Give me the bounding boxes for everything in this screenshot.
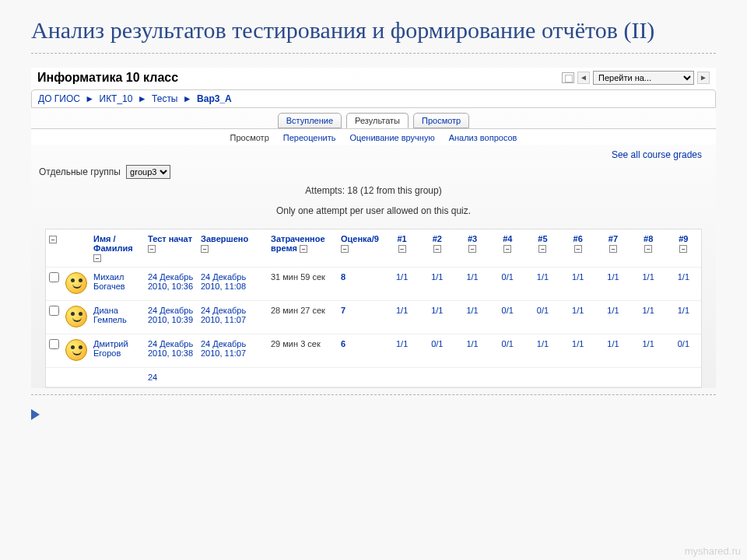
q7-score-link[interactable]: 1/1 [607,272,619,282]
subtab-regrade[interactable]: Переоценить [283,133,336,142]
started-link[interactable]: 24 Декабрь 2010, 10:38 [148,339,193,358]
q1-score-link[interactable]: 1/1 [396,306,408,315]
started-link[interactable]: 24 Декабрь 2010, 10:36 [148,272,193,291]
th-q3[interactable]: #3 [468,234,477,243]
play-icon[interactable] [31,409,40,420]
th-q4[interactable]: #4 [503,234,512,243]
collapse-icon[interactable]: – [574,245,582,253]
collapse-icon[interactable]: – [49,236,57,243]
q2-score-link[interactable]: 0/1 [431,339,443,348]
breadcrumb-link[interactable]: ИКТ_10 [100,93,133,104]
q8-score-link[interactable]: 1/1 [642,339,654,348]
avatar[interactable] [65,272,87,294]
q5-score-link[interactable]: 1/1 [537,272,549,282]
print-icon[interactable] [562,72,574,83]
tab-preview[interactable]: Просмотр [413,113,469,128]
q3-score-link[interactable]: 1/1 [466,339,478,348]
th-grade[interactable]: Оценка/9 [341,234,379,243]
row-checkbox[interactable] [49,306,59,316]
th-q7[interactable]: #7 [608,234,618,243]
avatar[interactable] [65,306,87,327]
collapse-icon[interactable]: – [538,245,546,253]
q9-score-link[interactable]: 1/1 [678,272,689,282]
subtab-manual[interactable]: Оценивание вручную [349,133,434,142]
q4-score-link[interactable]: 0/1 [502,306,514,315]
q8-score-link[interactable]: 1/1 [642,272,654,282]
collapse-icon[interactable]: – [609,245,617,253]
th-q2[interactable]: #2 [433,234,442,243]
started-link[interactable]: 24 Декабрь 2010, 10:39 [148,306,193,324]
subtab-itemanalysis[interactable]: Анализ вопросов [449,133,517,142]
completed-link[interactable]: 24 Декабрь 2010, 11:07 [201,339,246,358]
completed-link[interactable]: 24 Декабрь 2010, 11:08 [201,272,246,291]
timetaken-cell: 28 мин 27 сек [268,300,338,334]
student-name-link[interactable]: Диана Гемпель [93,306,127,324]
q6-score-link[interactable]: 1/1 [572,306,584,315]
q5-score-link[interactable]: 0/1 [537,306,549,315]
collapse-icon[interactable]: – [300,245,307,253]
jump-to-select[interactable]: Перейти на... [593,71,694,85]
q1-score-link[interactable]: 1/1 [396,272,408,282]
q4-score-link[interactable]: 0/1 [502,339,514,348]
student-name-link[interactable]: Дмитрий Егоров [93,339,128,358]
collapse-icon[interactable]: – [503,245,511,253]
collapse-icon[interactable]: – [341,245,349,253]
th-q8[interactable]: #8 [644,234,653,243]
grade-link[interactable]: 8 [341,272,345,282]
collapse-icon[interactable]: – [433,245,441,253]
q7-score-link[interactable]: 1/1 [607,306,619,315]
grade-link[interactable]: 6 [341,339,345,348]
timetaken-cell: 29 мин 3 сек [268,334,338,367]
collapse-icon[interactable]: – [398,245,406,253]
th-name[interactable]: Имя / Фамилия [93,234,133,253]
q4-score-link[interactable]: 0/1 [502,272,514,282]
q6-score-link[interactable]: 1/1 [572,339,584,348]
tab-results[interactable]: Результаты [346,113,409,128]
breadcrumb-link[interactable]: Тесты [152,93,177,104]
th-q6[interactable]: #6 [573,234,583,243]
collapse-icon[interactable]: – [644,245,652,253]
group-select[interactable]: group3 [126,165,170,179]
th-timetaken[interactable]: Затраченное время [271,234,325,253]
q1-score-link[interactable]: 1/1 [396,339,408,348]
row-checkbox[interactable] [49,339,59,349]
th-completed[interactable]: Завершено [201,234,248,243]
collapse-icon[interactable]: – [468,245,476,253]
collapse-icon[interactable]: – [93,254,101,262]
tab-intro[interactable]: Вступление [278,113,342,128]
see-all-grades-link[interactable]: See all course grades [612,149,702,160]
q8-score-link[interactable]: 1/1 [642,306,654,315]
table-row: Дмитрий Егоров24 Декабрь 2010, 10:3824 Д… [46,334,701,367]
q7-score-link[interactable]: 1/1 [607,339,619,348]
th-q9[interactable]: #9 [679,234,688,243]
slide-title: Анализ результатов тестирования и формир… [31,16,716,45]
q3-score-link[interactable]: 1/1 [466,272,478,282]
q9-score-link[interactable]: 0/1 [678,339,689,348]
th-q1[interactable]: #1 [397,234,406,243]
collapse-icon[interactable]: – [201,245,209,253]
nav-prev-button[interactable]: ◄ [577,72,590,84]
collapse-icon[interactable]: – [148,245,156,253]
grade-link[interactable]: 7 [341,306,345,315]
breadcrumb-link[interactable]: ДО ГИОС [38,93,80,104]
th-started[interactable]: Тест начат [148,234,192,243]
q9-score-link[interactable]: 1/1 [678,306,689,315]
completed-link[interactable]: 24 Декабрь 2010, 11:07 [201,306,246,324]
collapse-icon[interactable]: – [679,245,687,253]
subtab-view[interactable]: Просмотр [230,133,269,142]
nav-next-button[interactable]: ► [697,72,710,84]
q3-score-link[interactable]: 1/1 [466,306,478,315]
attempts-info: Attempts: 18 (12 from this group) [31,185,716,196]
avatar[interactable] [65,339,87,361]
divider-top [31,53,716,54]
th-q5[interactable]: #5 [538,234,547,243]
started-link[interactable]: 24 [148,373,157,382]
quiz-rule: Only one attempt per user allowed on thi… [31,205,716,216]
q5-score-link[interactable]: 1/1 [537,339,549,348]
row-checkbox[interactable] [49,272,59,282]
screenshot-panel: Информатика 10 класс ◄ Перейти на... ► Д… [31,68,716,388]
q2-score-link[interactable]: 1/1 [431,272,443,282]
q2-score-link[interactable]: 1/1 [431,306,443,315]
q6-score-link[interactable]: 1/1 [572,272,584,282]
student-name-link[interactable]: Михаил Богачев [93,272,125,291]
